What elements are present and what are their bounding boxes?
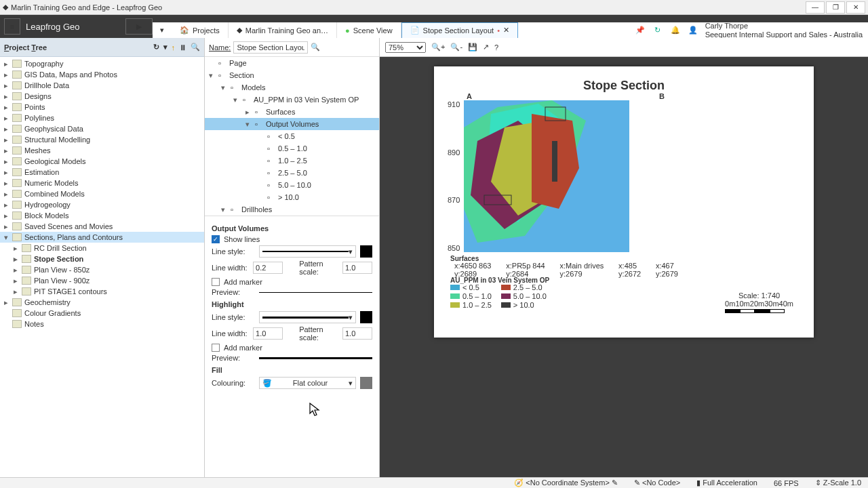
up-icon[interactable]: ↑ xyxy=(172,43,176,52)
menu-icon[interactable]: ≡ xyxy=(4,18,20,35)
minimize-button[interactable]: — xyxy=(806,1,825,14)
fps: 66 FPS xyxy=(774,479,799,487)
layer-item[interactable]: ▫2.5 – 5.0 xyxy=(205,167,379,179)
layer-item[interactable]: ▫< 0.5 xyxy=(205,130,379,142)
tree-item[interactable]: ▸Topography xyxy=(0,58,204,69)
chevron-down-icon[interactable]: ▾ xyxy=(157,25,167,36)
pin-icon[interactable]: 📌 xyxy=(635,25,646,36)
tree-item[interactable]: ▸Designs xyxy=(0,91,204,102)
hl-color-swatch[interactable] xyxy=(360,311,372,323)
layer-item[interactable]: ▾▫Output Volumes xyxy=(205,118,379,130)
help-icon[interactable]: ? xyxy=(494,43,498,52)
tree-item[interactable]: ▸GIS Data, Maps and Photos xyxy=(0,69,204,80)
sync-icon[interactable]: ↻ xyxy=(652,25,663,36)
tree-item[interactable]: ▸Geophysical Data xyxy=(0,123,204,134)
tree-item[interactable]: Notes xyxy=(0,319,204,329)
legend: < 0.50.5 – 1.01.0 – 2.52.5 – 5.05.0 – 10… xyxy=(450,283,547,309)
hl-preview-line xyxy=(259,357,372,359)
tree-item[interactable]: ▸RC Drill Section xyxy=(0,243,204,253)
tree-item[interactable]: ▸Numeric Models xyxy=(0,178,204,188)
show-lines-checkbox[interactable]: ✓ xyxy=(212,235,220,243)
window-titlebar: ◆ Marlin Training Geo and Edge - Leapfro… xyxy=(0,0,868,15)
pattern-scale-input[interactable] xyxy=(342,262,372,274)
coord-row: x:4650 863y:2689x:PR5p 844y:2684x:Main d… xyxy=(454,262,678,278)
layer-item[interactable]: ▾▫Section xyxy=(205,69,379,81)
hl-pattern-scale-input[interactable] xyxy=(342,327,372,340)
tree-item[interactable]: ▸Estimation xyxy=(0,167,204,178)
play-button[interactable]: ▶ xyxy=(125,18,153,35)
tree-item[interactable]: ▸Polylines xyxy=(0,113,204,123)
layout-name-input[interactable] xyxy=(233,41,308,54)
tree-item[interactable]: ▸Block Models xyxy=(0,210,204,221)
tab-scene[interactable]: ●Scene View xyxy=(337,22,401,39)
pause-icon[interactable]: ⏸ xyxy=(179,43,186,52)
layer-item[interactable]: ▾▫Models xyxy=(205,81,379,94)
svg-rect-7 xyxy=(552,141,557,182)
layer-item[interactable]: ▫> 10.0 xyxy=(205,191,379,203)
export-icon[interactable]: ↗ xyxy=(483,43,489,52)
maximize-button[interactable]: ❐ xyxy=(826,1,845,14)
zoom-in-icon[interactable]: 🔍+ xyxy=(431,43,445,52)
search-icon[interactable]: 🔍 xyxy=(191,43,200,52)
tree-item[interactable]: ▸Combined Models xyxy=(0,188,204,199)
status-bar: 🧭 <No Coordinate System> ✎ ✎ <No Code> ▮… xyxy=(0,477,868,488)
line-color-swatch[interactable] xyxy=(360,245,372,258)
tree-item[interactable]: ▸Meshes xyxy=(0,145,204,156)
tree-item[interactable]: ▸Stope Section xyxy=(0,253,204,264)
tree-item[interactable]: ▸Geological Models xyxy=(0,156,204,167)
close-tab-icon[interactable]: ✕ xyxy=(503,26,509,35)
tree-item[interactable]: ▸Plan View - 900z xyxy=(0,275,204,286)
tab-layout[interactable]: 📄Stope Section Layout•✕ xyxy=(401,22,518,39)
tree-item[interactable]: ▾Sections, Plans and Contours xyxy=(0,232,204,243)
canvas-toolbar: 75% 🔍+ 🔍- 💾 ↗ ? xyxy=(380,38,868,57)
tree-item[interactable]: ▸PIT STAGE1 contours xyxy=(0,286,204,297)
zoom-select[interactable]: 75% xyxy=(385,42,426,53)
tree-item[interactable]: ▸Hydrogeology xyxy=(0,199,204,210)
app-icon: ◆ xyxy=(3,3,8,12)
layout-panel: Name: 🔍 ▫Page▾▫Section▾▫Models▾▫AU_PPM i… xyxy=(205,38,380,477)
tree-item[interactable]: ▸Drillhole Data xyxy=(0,80,204,91)
tree-item[interactable]: Colour Gradients xyxy=(0,308,204,319)
tree-item[interactable]: ▸Saved Scenes and Movies xyxy=(0,221,204,232)
zscale[interactable]: ⇕ Z-Scale 1.0 xyxy=(815,479,861,487)
bell-icon[interactable]: 🔔 xyxy=(670,25,681,36)
colouring-select[interactable]: 🪣Flat colour▾ xyxy=(259,377,356,389)
layer-item[interactable]: ▸▫Surfaces xyxy=(205,106,379,118)
close-button[interactable]: ✕ xyxy=(846,1,865,14)
line-width-input[interactable] xyxy=(253,262,283,274)
layer-item[interactable]: ▾▫AU_PPM in 03 Vein System OP xyxy=(205,94,379,106)
save-icon[interactable]: 💾 xyxy=(468,43,477,52)
layer-item[interactable]: ▫1.0 – 2.5 xyxy=(205,155,379,167)
user-icon[interactable]: 👤 xyxy=(688,25,698,36)
project-tree-panel: Project Tree ↻ ▾ ↑ ⏸ 🔍 ▸Topography▸GIS D… xyxy=(0,38,205,477)
search-icon[interactable]: 🔍 xyxy=(311,43,320,52)
hl-add-marker-checkbox[interactable] xyxy=(212,344,220,352)
preview-line xyxy=(259,292,372,293)
label-b: B xyxy=(659,92,665,100)
layer-item[interactable]: ▾▫Drillholes xyxy=(205,203,379,216)
dropdown-icon[interactable]: ▾ xyxy=(163,43,167,52)
props-title: Output Volumes xyxy=(212,224,372,232)
tree-item[interactable]: ▸Points xyxy=(0,102,204,113)
project-tree[interactable]: ▸Topography▸GIS Data, Maps and Photos▸Dr… xyxy=(0,57,204,477)
app-name: Leapfrog Geo xyxy=(26,22,80,32)
label-a: A xyxy=(467,92,472,100)
hl-line-width-input[interactable] xyxy=(253,327,283,340)
layer-item[interactable]: ▫0.5 – 1.0 xyxy=(205,142,379,155)
tree-item[interactable]: ▸Structural Modelling xyxy=(0,134,204,145)
zoom-out-icon[interactable]: 🔍- xyxy=(450,43,462,52)
hl-line-style-select[interactable]: ▾ xyxy=(259,311,356,323)
cross-section-map xyxy=(464,100,629,252)
fill-color-swatch[interactable] xyxy=(360,377,372,389)
window-title: Marlin Training Geo and Edge - Leapfrog … xyxy=(11,3,162,12)
tab-file[interactable]: ◆Marlin Training Geo an… xyxy=(229,22,337,39)
layer-item[interactable]: ▫Page xyxy=(205,57,379,69)
line-style-select[interactable]: ▾ xyxy=(259,245,356,258)
tree-item[interactable]: ▸Geochemistry xyxy=(0,297,204,308)
tree-item[interactable]: ▸Plan View - 850z xyxy=(0,264,204,275)
refresh-icon[interactable]: ↻ xyxy=(153,43,159,52)
add-marker-checkbox[interactable] xyxy=(212,278,220,286)
layer-item[interactable]: ▫5.0 – 10.0 xyxy=(205,179,379,191)
tab-projects[interactable]: 🏠Projects xyxy=(172,22,229,39)
layer-tree[interactable]: ▫Page▾▫Section▾▫Models▾▫AU_PPM in 03 Vei… xyxy=(205,57,379,216)
